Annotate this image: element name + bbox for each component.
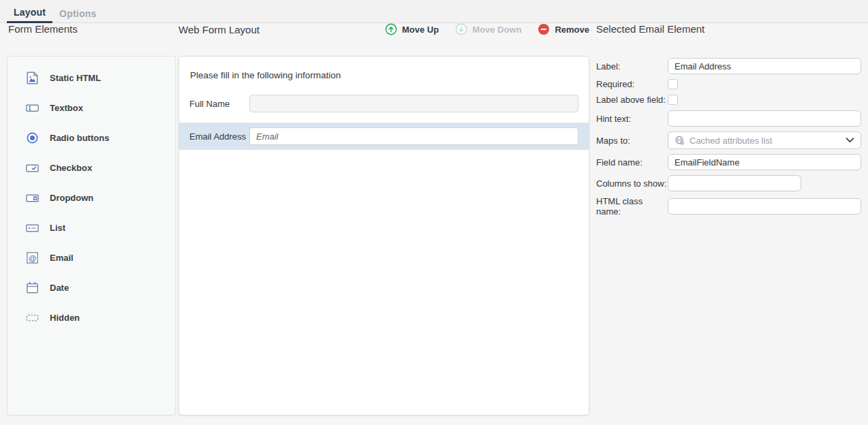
email-address-label: Email Address bbox=[189, 131, 249, 142]
move-down-icon bbox=[455, 23, 467, 35]
label-input[interactable] bbox=[668, 58, 861, 74]
full-name-label: Full Name bbox=[189, 99, 249, 109]
date-icon bbox=[24, 279, 40, 296]
tab-layout[interactable]: Layout bbox=[7, 1, 52, 23]
palette-item-label: Checkbox bbox=[50, 163, 92, 173]
maps-to-label: Maps to: bbox=[596, 136, 668, 146]
svg-text:@: @ bbox=[28, 253, 35, 262]
remove-label: Remove bbox=[555, 25, 589, 35]
palette-item-list[interactable]: List bbox=[7, 212, 175, 242]
prop-row-label-above-field: Label above field: bbox=[596, 95, 861, 105]
maps-to-selected-value: Cached attributes list bbox=[689, 136, 846, 146]
radio-buttons-icon bbox=[24, 129, 40, 146]
field-name-label: Field name: bbox=[596, 157, 668, 168]
remove-icon bbox=[538, 23, 550, 35]
prop-row-html-class-name: HTML class name: bbox=[596, 196, 861, 217]
web-form-canvas: Please fill in the following information… bbox=[179, 56, 589, 415]
palette-item-radio-buttons[interactable]: Radio buttons bbox=[7, 123, 175, 153]
remove-button[interactable]: Remove bbox=[538, 23, 589, 35]
palette-item-dropdown[interactable]: Dropdown bbox=[7, 183, 175, 212]
web-form-layout-title: Web Form Layout bbox=[179, 24, 260, 35]
canvas-toolbar: Move Up Move Down bbox=[369, 23, 589, 35]
columns-to-show-label: Columns to show: bbox=[596, 178, 668, 189]
checkbox-icon bbox=[24, 159, 40, 176]
palette-item-label: Date bbox=[50, 283, 69, 293]
properties-panel: Label: Required: Label above field: Hint… bbox=[596, 56, 861, 221]
prop-label-label: Label: bbox=[596, 61, 668, 72]
required-checkbox[interactable] bbox=[668, 79, 678, 89]
move-up-label: Move Up bbox=[402, 25, 439, 35]
form-elements-panel: Static HTML Textbox Ra bbox=[7, 56, 176, 415]
chevron-down-icon bbox=[846, 138, 854, 143]
list-icon bbox=[24, 219, 40, 236]
palette-item-label: Hidden bbox=[50, 313, 80, 323]
html-class-name-label: HTML class name: bbox=[596, 196, 668, 217]
required-label: Required: bbox=[596, 79, 668, 89]
hint-text-label: Hint text: bbox=[596, 114, 668, 124]
prop-row-columns-to-show: Columns to show: bbox=[596, 175, 861, 191]
palette-item-email[interactable]: @ Email bbox=[7, 242, 175, 272]
move-up-icon bbox=[385, 23, 397, 35]
static-html-icon bbox=[24, 69, 40, 86]
html-class-name-input[interactable] bbox=[668, 198, 861, 215]
label-above-field-label: Label above field: bbox=[596, 95, 668, 105]
dropdown-icon bbox=[24, 189, 40, 206]
maps-to-select[interactable]: Cached attributes list bbox=[668, 131, 861, 149]
prop-row-label: Label: bbox=[596, 58, 861, 74]
label-above-field-checkbox[interactable] bbox=[668, 95, 678, 105]
form-intro-text: Please fill in the following information bbox=[179, 57, 589, 80]
columns-to-show-input[interactable] bbox=[668, 175, 801, 191]
move-up-button[interactable]: Move Up bbox=[385, 23, 439, 35]
palette-item-hidden[interactable]: Hidden bbox=[7, 302, 175, 332]
palette-item-date[interactable]: Date bbox=[7, 272, 175, 302]
tab-bar: Layout Options bbox=[0, 0, 868, 23]
textbox-icon bbox=[24, 99, 40, 116]
email-address-input[interactable] bbox=[249, 127, 578, 145]
palette-item-textbox[interactable]: Textbox bbox=[7, 93, 175, 123]
palette-item-label: Dropdown bbox=[50, 193, 93, 203]
move-down-button[interactable]: Move Down bbox=[455, 23, 521, 35]
prop-row-maps-to: Maps to: Cached attributes list bbox=[596, 131, 861, 149]
canvas-row-email-address[interactable]: Email Address bbox=[179, 123, 589, 150]
selected-element-title: Selected Email Element bbox=[596, 23, 704, 35]
globe-icon bbox=[675, 136, 685, 146]
palette-item-label: Email bbox=[50, 253, 74, 263]
canvas-row-full-name[interactable]: Full Name bbox=[179, 90, 589, 117]
hint-text-input[interactable] bbox=[668, 110, 861, 127]
palette-item-static-html[interactable]: Static HTML bbox=[7, 63, 175, 93]
palette-item-label: Radio buttons bbox=[50, 133, 109, 143]
tab-options[interactable]: Options bbox=[52, 3, 103, 22]
email-icon: @ bbox=[24, 249, 40, 266]
prop-row-hint-text: Hint text: bbox=[596, 110, 861, 127]
form-elements-title: Form Elements bbox=[7, 23, 78, 35]
field-name-input[interactable] bbox=[668, 154, 861, 170]
hidden-icon bbox=[24, 309, 40, 326]
palette-item-checkbox[interactable]: Checkbox bbox=[7, 153, 175, 183]
palette-item-label: Textbox bbox=[50, 103, 83, 113]
move-down-label: Move Down bbox=[472, 25, 521, 35]
palette-item-label: Static HTML bbox=[50, 73, 101, 83]
prop-row-required: Required: bbox=[596, 79, 861, 89]
palette-item-label: List bbox=[50, 223, 65, 233]
full-name-input[interactable] bbox=[249, 95, 578, 112]
prop-row-field-name: Field name: bbox=[596, 154, 861, 170]
